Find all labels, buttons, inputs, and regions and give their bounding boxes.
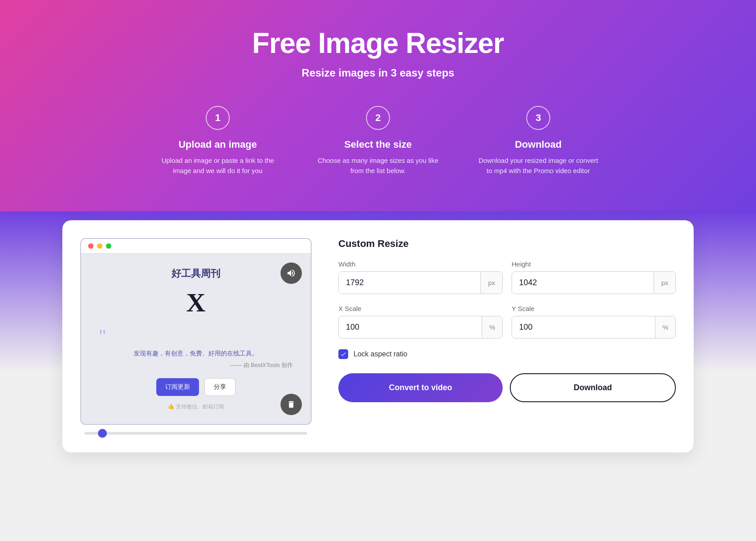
- main-content-card: 好工具周刊 X " 发现有趣，有创意，免费、好用的在线工具。 —— 由 Best…: [62, 220, 694, 452]
- slider-area: [80, 432, 312, 435]
- lock-ratio-row: Lock aspect ratio: [338, 349, 676, 359]
- browser-dot-red: [88, 243, 93, 249]
- step-1-desc: Upload an image or paste a link to the i…: [155, 156, 280, 176]
- share-button[interactable]: 分享: [204, 378, 236, 396]
- width-unit: px: [480, 272, 502, 294]
- quote-mark: ": [99, 325, 106, 346]
- image-x-letter: X: [186, 287, 205, 318]
- audio-button[interactable]: [280, 262, 302, 284]
- hero-subtitle: Resize images in 3 easy steps: [9, 67, 747, 79]
- xscale-field-group: X Scale %: [338, 305, 503, 339]
- delete-button[interactable]: [280, 394, 302, 415]
- resize-panel: Custom Resize Width px Height px: [338, 238, 676, 402]
- hero-title: Free Image Resizer: [9, 27, 747, 60]
- xscale-input-wrap: %: [338, 316, 503, 339]
- width-height-row: Width px Height px: [338, 260, 676, 294]
- lock-ratio-label: Lock aspect ratio: [354, 350, 407, 358]
- width-label: Width: [338, 260, 503, 268]
- download-button[interactable]: Download: [510, 373, 676, 402]
- image-preview-area: 好工具周刊 X " 发现有趣，有创意，免费、好用的在线工具。 —— 由 Best…: [80, 238, 312, 435]
- lock-ratio-checkbox[interactable]: [338, 349, 348, 359]
- action-buttons: Convert to video Download: [338, 373, 676, 402]
- step-2: 2 Select the size Choose as many image s…: [316, 106, 440, 176]
- image-buttons: 订阅更新 分享: [156, 378, 236, 396]
- step-3-number: 3: [526, 106, 550, 130]
- browser-mockup: 好工具周刊 X " 发现有趣，有创意，免费、好用的在线工具。 —— 由 Best…: [80, 238, 312, 425]
- height-label: Height: [512, 260, 676, 268]
- yscale-input[interactable]: [512, 316, 655, 338]
- image-desc-zh: 发现有趣，有创意，免费、好用的在线工具。: [134, 350, 258, 358]
- browser-dot-green: [106, 243, 111, 249]
- step-2-desc: Choose as many image sizes as you like f…: [316, 156, 440, 176]
- step-1: 1 Upload an image Upload an image or pas…: [155, 106, 280, 176]
- height-input-wrap: px: [512, 271, 676, 294]
- xscale-label: X Scale: [338, 305, 503, 312]
- step-2-number: 2: [366, 106, 390, 130]
- convert-to-video-button[interactable]: Convert to video: [338, 373, 503, 402]
- height-field-group: Height px: [512, 260, 676, 294]
- step-1-number: 1: [206, 106, 230, 130]
- browser-bar: [81, 239, 311, 254]
- xscale-unit: %: [482, 316, 502, 338]
- step-3-title: Download: [476, 139, 601, 150]
- slider-thumb[interactable]: [98, 429, 107, 438]
- step-2-title: Select the size: [316, 139, 440, 150]
- slider-track[interactable]: [85, 432, 307, 435]
- yscale-input-wrap: %: [512, 316, 676, 339]
- width-input-wrap: px: [338, 271, 503, 294]
- step-1-title: Upload an image: [155, 139, 280, 150]
- resize-title: Custom Resize: [338, 238, 676, 250]
- xscale-input[interactable]: [339, 316, 482, 338]
- width-field-group: Width px: [338, 260, 503, 294]
- height-input[interactable]: [512, 272, 654, 294]
- width-input[interactable]: [339, 272, 480, 294]
- subscribe-button[interactable]: 订阅更新: [156, 378, 199, 396]
- scale-row: X Scale % Y Scale %: [338, 305, 676, 339]
- height-unit: px: [654, 272, 675, 294]
- image-author-zh: —— 由 BestXTools 创作: [99, 361, 293, 369]
- step-3-desc: Download your resized image or convert t…: [476, 156, 601, 176]
- image-title-zh: 好工具周刊: [171, 267, 220, 280]
- browser-dot-yellow: [97, 243, 102, 249]
- image-support-zh: 🤙 支持微信、邮箱订阅: [168, 403, 224, 411]
- yscale-field-group: Y Scale %: [512, 305, 676, 339]
- hero-section: Free Image Resizer Resize images in 3 ea…: [0, 0, 756, 211]
- yscale-unit: %: [655, 316, 675, 338]
- yscale-label: Y Scale: [512, 305, 676, 312]
- browser-content: 好工具周刊 X " 发现有趣，有创意，免费、好用的在线工具。 —— 由 Best…: [81, 254, 311, 424]
- step-3: 3 Download Download your resized image o…: [476, 106, 601, 176]
- steps-container: 1 Upload an image Upload an image or pas…: [9, 106, 747, 176]
